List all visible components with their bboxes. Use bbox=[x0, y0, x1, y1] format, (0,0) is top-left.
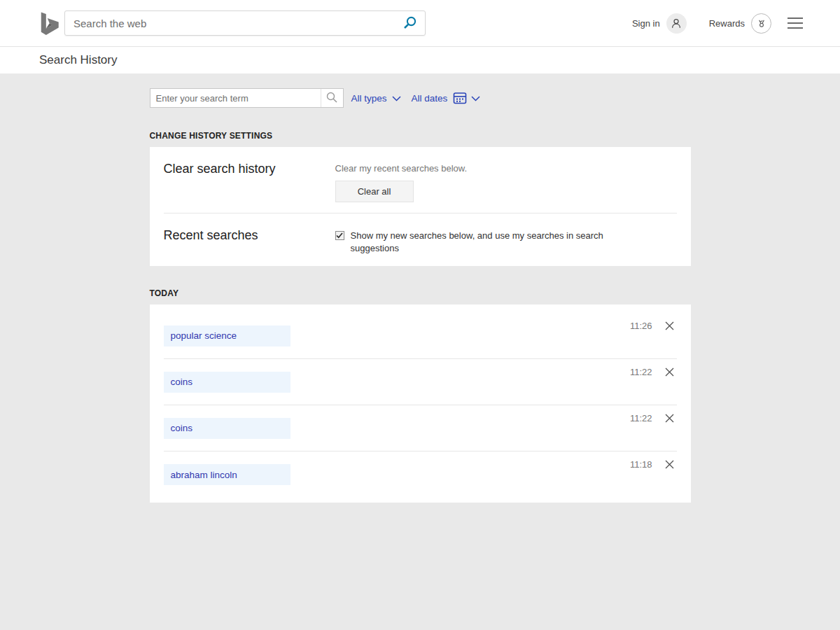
delete-history-item-button[interactable] bbox=[664, 320, 676, 331]
web-search-button[interactable] bbox=[394, 11, 425, 35]
close-icon bbox=[665, 321, 674, 330]
close-icon bbox=[665, 414, 674, 423]
chevron-down-icon bbox=[471, 96, 480, 102]
delete-history-item-button[interactable] bbox=[664, 458, 676, 470]
all-dates-label: All dates bbox=[412, 93, 448, 104]
search-icon bbox=[326, 92, 338, 104]
history-search-button[interactable] bbox=[321, 89, 343, 107]
avatar bbox=[666, 13, 687, 34]
person-icon bbox=[669, 16, 683, 30]
history-search-input[interactable] bbox=[150, 89, 321, 107]
history-card: popular science 11:26 coins 11:22 bbox=[150, 304, 691, 503]
rewards-label: Rewards bbox=[709, 18, 745, 29]
settings-section-title: CHANGE HISTORY SETTINGS bbox=[150, 131, 691, 141]
clear-all-button[interactable]: Clear all bbox=[335, 181, 414, 202]
delete-history-item-button[interactable] bbox=[664, 412, 676, 424]
all-types-label: All types bbox=[351, 93, 387, 104]
today-section-title: TODAY bbox=[150, 288, 691, 298]
page-title: Search History bbox=[39, 53, 117, 67]
clear-history-row: Clear search history Clear my recent sea… bbox=[164, 147, 677, 214]
sign-in-button[interactable]: Sign in bbox=[632, 13, 687, 34]
history-query-link[interactable]: coins bbox=[164, 372, 290, 393]
filter-row: All types All dates bbox=[150, 88, 691, 108]
history-query-link[interactable]: popular science bbox=[164, 326, 290, 346]
hamburger-bar bbox=[788, 27, 803, 29]
all-dates-dropdown[interactable]: All dates bbox=[412, 92, 481, 104]
history-time: 11:22 bbox=[630, 413, 652, 424]
clear-history-description: Clear my recent searches below. bbox=[335, 163, 677, 174]
close-icon bbox=[665, 368, 674, 377]
web-search-box bbox=[64, 10, 426, 36]
history-row: abraham lincoln 11:18 bbox=[164, 451, 677, 498]
clear-history-title: Clear search history bbox=[164, 160, 335, 202]
history-time: 11:26 bbox=[630, 321, 652, 331]
history-row: coins 11:22 bbox=[164, 405, 677, 451]
calendar-icon bbox=[453, 92, 467, 104]
history-row: coins 11:22 bbox=[164, 359, 677, 405]
top-header: Sign in Rewards bbox=[0, 0, 840, 47]
all-types-dropdown[interactable]: All types bbox=[351, 93, 401, 104]
web-search-input[interactable] bbox=[65, 11, 394, 35]
recent-searches-title: Recent searches bbox=[164, 227, 335, 255]
rewards-badge bbox=[751, 13, 771, 34]
subheader: Search History bbox=[0, 47, 840, 74]
history-query-link[interactable]: coins bbox=[164, 418, 290, 439]
history-query-link[interactable]: abraham lincoln bbox=[164, 464, 290, 485]
hamburger-bar bbox=[788, 18, 803, 19]
check-icon bbox=[336, 232, 343, 239]
chevron-down-icon bbox=[392, 96, 401, 102]
search-icon bbox=[402, 16, 417, 30]
settings-card: Clear search history Clear my recent sea… bbox=[150, 147, 691, 266]
header-right: Sign in Rewards bbox=[632, 11, 803, 35]
recent-searches-row: Recent searches Show my new searches bel… bbox=[164, 214, 677, 266]
rewards-button[interactable]: Rewards bbox=[709, 13, 771, 34]
hamburger-bar bbox=[788, 22, 803, 24]
history-time: 11:18 bbox=[630, 459, 652, 470]
hamburger-menu-icon[interactable] bbox=[788, 11, 803, 35]
history-search-box bbox=[150, 88, 344, 108]
history-row: popular science 11:26 bbox=[164, 313, 677, 359]
main-content: All types All dates bbox=[0, 74, 840, 503]
show-searches-checkbox-label: Show my new searches below, and use my s… bbox=[351, 230, 608, 255]
history-time: 11:22 bbox=[630, 367, 652, 377]
close-icon bbox=[665, 460, 674, 469]
delete-history-item-button[interactable] bbox=[664, 366, 676, 377]
bing-logo-icon[interactable] bbox=[38, 10, 61, 37]
show-searches-checkbox[interactable] bbox=[335, 231, 344, 240]
medal-icon bbox=[755, 17, 768, 29]
sign-in-label: Sign in bbox=[632, 18, 660, 29]
